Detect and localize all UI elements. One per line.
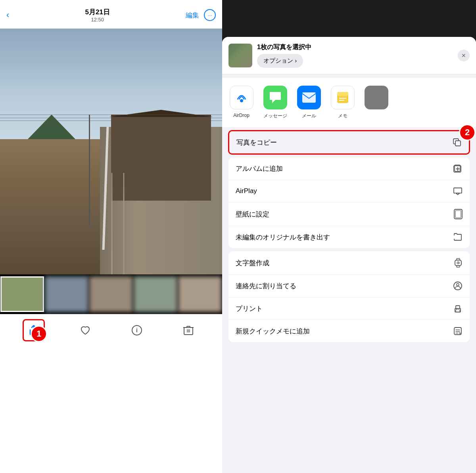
- right-panel: 1枚の写真を選択中 オプション › ✕ AirDro: [222, 0, 476, 473]
- info-button[interactable]: i: [128, 322, 146, 339]
- nav-title: 5月21日 12:50: [85, 8, 109, 23]
- set-wallpaper-label: 壁紙に設定: [236, 210, 269, 219]
- track-left: [111, 173, 113, 274]
- trash-button[interactable]: [180, 322, 197, 339]
- share-apps-row: AirDrop メッセージ メール: [222, 78, 476, 127]
- photo-wires: [0, 115, 222, 115]
- copy-photo-button[interactable]: 写真をコピー: [228, 130, 470, 155]
- watch-face-label: 文字盤作成: [236, 259, 269, 268]
- thumbnail-strip: [0, 274, 222, 314]
- svg-text:i: i: [136, 327, 138, 333]
- messages-icon-container: [263, 86, 287, 109]
- nav-actions: 編集 ···: [186, 9, 216, 21]
- mail-icon-container: [297, 86, 321, 109]
- svg-point-3: [240, 99, 243, 102]
- share-button[interactable]: 1: [25, 322, 42, 339]
- thumb-2[interactable]: [45, 276, 88, 312]
- watch-icon: [454, 258, 463, 268]
- thumb-1[interactable]: [0, 276, 44, 312]
- assign-contact-label: 連絡先に割り当てる: [236, 282, 296, 291]
- mail-icon: [302, 92, 316, 103]
- messages-label: メッセージ: [263, 113, 287, 119]
- share-title-block: 1枚の写真を選択中 オプション ›: [257, 43, 453, 68]
- airdrop-icon: [234, 90, 249, 105]
- memo-icon: [453, 326, 463, 336]
- wallpaper-icon: [454, 209, 463, 219]
- heart-button[interactable]: [77, 322, 94, 339]
- back-button[interactable]: ‹: [6, 10, 9, 20]
- photo-pole: [89, 115, 90, 225]
- wire-2: [0, 118, 222, 118]
- thumb-selected-border: [0, 276, 44, 312]
- add-album-button[interactable]: アルバムに追加: [228, 157, 470, 180]
- bottom-toolbar: 1 i: [0, 314, 222, 346]
- close-button[interactable]: ✕: [458, 50, 470, 61]
- actions-group-2: アルバムに追加 AirPlay 壁紙に設定: [228, 157, 470, 248]
- options-label: オプション ›: [263, 57, 297, 65]
- options-button[interactable]: オプション ›: [257, 54, 303, 68]
- quick-memo-label: 新規クイックメモに追加: [236, 327, 310, 336]
- left-panel: ‹ 5月21日 12:50 編集 ···: [0, 0, 222, 473]
- badge-2: 2: [459, 124, 476, 141]
- edit-button[interactable]: 編集: [186, 11, 199, 20]
- svg-point-26: [456, 309, 457, 310]
- assign-contact-button[interactable]: 連絡先に割り当てる: [228, 275, 470, 297]
- thumb-5[interactable]: [178, 276, 222, 312]
- track-right: [123, 173, 125, 274]
- notes-label: メモ: [338, 113, 347, 119]
- svg-rect-6: [337, 92, 348, 96]
- watch-face-button[interactable]: 文字盤作成: [228, 251, 470, 275]
- svg-rect-15: [455, 211, 461, 218]
- app-extra[interactable]: [363, 86, 389, 119]
- app-messages[interactable]: メッセージ: [262, 86, 288, 119]
- airdrop-icon-container: [230, 86, 253, 109]
- thumb-3[interactable]: [89, 276, 133, 312]
- wire-1: [0, 115, 222, 115]
- notes-icon-container: [331, 86, 355, 109]
- svg-rect-17: [457, 259, 460, 260]
- actions-group-3: 文字盤作成 連絡先に割り当てる プリント: [228, 251, 470, 342]
- add-album-icon: [453, 164, 463, 173]
- export-original-button[interactable]: 未編集のオリジナルを書き出す: [228, 226, 470, 248]
- wire-3: [0, 121, 222, 121]
- share-title: 1枚の写真を選択中: [257, 43, 453, 52]
- messages-icon: [269, 91, 282, 104]
- svg-line-21: [458, 263, 459, 263]
- main-photo: [0, 29, 222, 274]
- copy-photo-section: 写真をコピー 2: [228, 130, 470, 155]
- contact-icon: [453, 281, 463, 291]
- print-label: プリント: [236, 304, 263, 313]
- mail-label: メール: [302, 113, 316, 119]
- print-icon: [453, 304, 463, 313]
- airplay-button[interactable]: AirPlay: [228, 180, 470, 203]
- set-wallpaper-button[interactable]: 壁紙に設定: [228, 203, 470, 226]
- share-thumbnail: [228, 44, 252, 67]
- copy-icon: [452, 138, 462, 147]
- heart-icon: [80, 325, 91, 336]
- info-icon: i: [131, 325, 142, 336]
- add-album-label: アルバムに追加: [236, 164, 283, 173]
- trash-icon: [183, 325, 194, 336]
- svg-rect-25: [456, 310, 460, 312]
- nav-date: 5月21日: [85, 8, 109, 17]
- app-mail[interactable]: メール: [296, 86, 322, 119]
- badge-1: 1: [31, 326, 47, 342]
- quick-memo-button[interactable]: 新規クイックメモに追加: [228, 320, 470, 342]
- export-icon: [453, 232, 463, 242]
- share-header: 1枚の写真を選択中 オプション › ✕: [222, 37, 476, 75]
- svg-rect-18: [457, 266, 460, 267]
- share-sheet: 1枚の写真を選択中 オプション › ✕ AirDro: [222, 37, 476, 473]
- svg-rect-4: [302, 92, 316, 103]
- airdrop-label: AirDrop: [233, 113, 250, 118]
- copy-photo-label: 写真をコピー: [236, 138, 277, 147]
- more-button[interactable]: ···: [204, 9, 216, 21]
- svg-point-23: [457, 283, 459, 286]
- print-button[interactable]: プリント: [228, 297, 470, 320]
- airplay-icon: [453, 186, 463, 196]
- thumb-4[interactable]: [134, 276, 177, 312]
- photo-building: [111, 115, 211, 201]
- app-notes[interactable]: メモ: [330, 86, 355, 119]
- app-airdrop[interactable]: AirDrop: [228, 86, 254, 119]
- airplay-label: AirPlay: [236, 187, 257, 195]
- notes-icon: [336, 90, 350, 105]
